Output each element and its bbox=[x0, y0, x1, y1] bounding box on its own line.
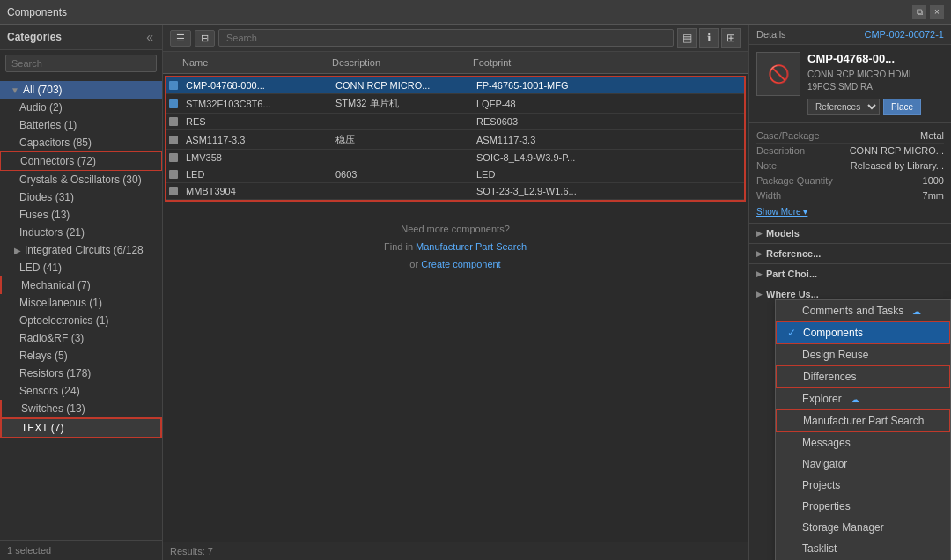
category-item-text[interactable]: TEXT (7) bbox=[0, 417, 162, 438]
prop-row: Width 7mm bbox=[756, 188, 944, 203]
component-name: LED bbox=[181, 166, 330, 182]
prop-val-qty: 1000 bbox=[923, 175, 944, 186]
row-color-indicator bbox=[166, 114, 181, 129]
sidebar: Categories « ▼All (703) Audio (2) Batter… bbox=[0, 25, 163, 560]
dropdown-item-differences[interactable]: Differences bbox=[776, 365, 950, 388]
category-item-relays[interactable]: Relays (5) bbox=[0, 347, 162, 365]
component-description: 稳压 bbox=[330, 130, 471, 149]
table-row[interactable]: ASM1117-3.3 稳压 ASM1117-3.3 bbox=[166, 130, 744, 150]
references-section[interactable]: ▶ Reference... bbox=[749, 244, 951, 264]
table-row[interactable]: RES RES0603 bbox=[166, 114, 744, 130]
view-info-button[interactable]: ℹ bbox=[699, 28, 719, 48]
table-row[interactable]: LMV358 SOIC-8_L4.9-W3.9-P... bbox=[166, 150, 744, 166]
category-item-audio[interactable]: Audio (2) bbox=[0, 99, 162, 116]
component-footprint: LQFP-48 bbox=[471, 96, 647, 112]
col-description: Description bbox=[327, 55, 468, 70]
selection-count: 1 selected bbox=[7, 545, 51, 556]
table-row[interactable]: STM32F103C8T6... STM32 单片机 LQFP-48 bbox=[166, 94, 744, 114]
dropdown-item-storage[interactable]: Storage Manager bbox=[776, 517, 950, 538]
row-color-indicator bbox=[166, 184, 181, 198]
category-item-capacitors[interactable]: Capacitors (85) bbox=[0, 134, 162, 151]
category-item-switches[interactable]: Switches (13) bbox=[0, 400, 162, 417]
component-name: LMV358 bbox=[181, 150, 330, 166]
no-image-icon: 🚫 bbox=[768, 63, 790, 85]
component-footprint: ASM1117-3.3 bbox=[471, 132, 647, 148]
part-choices-section[interactable]: ▶ Part Choi... bbox=[749, 264, 951, 284]
cloud-icon-comments: ☁ bbox=[912, 306, 921, 316]
category-item-sensors[interactable]: Sensors (24) bbox=[0, 382, 162, 400]
row-color-indicator bbox=[166, 78, 181, 92]
where-used-arrow-icon: ▶ bbox=[756, 290, 763, 298]
table-row[interactable]: LED 0603 LED bbox=[166, 166, 744, 183]
dropdown-item-components[interactable]: ✓ Components bbox=[776, 321, 950, 344]
filter-button[interactable]: ⊟ bbox=[195, 30, 215, 47]
hamburger-button[interactable]: ☰ bbox=[170, 30, 191, 47]
table-row[interactable]: CMP-04768-000... CONN RCP MICRO... FP-46… bbox=[166, 77, 744, 94]
table-row[interactable]: MMBT3904 SOT-23-3_L2.9-W1.6... bbox=[166, 183, 744, 200]
category-search-input[interactable] bbox=[5, 55, 157, 72]
results-count: Results: 7 bbox=[170, 546, 213, 556]
category-item-optoelectronics[interactable]: Optoelectronics (1) bbox=[0, 312, 162, 329]
component-footprint: SOT-23-3_L2.9-W1.6... bbox=[471, 183, 647, 199]
title-bar: Components ⧉ × bbox=[0, 0, 951, 25]
category-item-miscellaneous[interactable]: Miscellaneous (1) bbox=[0, 294, 162, 312]
dropdown-item-projects[interactable]: Projects bbox=[776, 475, 950, 496]
prop-row: Description CONN RCP MICRO... bbox=[756, 144, 944, 158]
float-button[interactable]: ⧉ bbox=[912, 5, 926, 19]
references-select[interactable]: References bbox=[807, 99, 880, 115]
category-item-diodes[interactable]: Diodes (31) bbox=[0, 188, 162, 206]
prop-key-desc: Description bbox=[756, 145, 805, 156]
place-button[interactable]: Place bbox=[883, 99, 921, 115]
category-item-fuses[interactable]: Fuses (13) bbox=[0, 206, 162, 224]
dropdown-item-design-reuse[interactable]: Design Reuse bbox=[776, 344, 950, 365]
dropdown-label-differences: Differences bbox=[803, 371, 856, 383]
part-choices-title: Part Choi... bbox=[766, 269, 817, 279]
need-more-section: Need more components? Find in Manufactur… bbox=[163, 203, 748, 291]
dropdown-item-properties[interactable]: Properties bbox=[776, 496, 950, 517]
sidebar-search-container bbox=[0, 50, 162, 77]
create-component-link[interactable]: Create component bbox=[421, 259, 501, 269]
panels-dropdown: Comments and Tasks ☁ ✓ Components Design… bbox=[775, 299, 951, 560]
component-preview-name: CMP-04768-00... bbox=[807, 52, 944, 65]
view-toggle-buttons: ▤ ℹ ⊞ bbox=[677, 28, 741, 48]
component-info: CMP-04768-00... CONN RCP MICRO HDMI19POS… bbox=[807, 52, 944, 115]
category-item-connectors[interactable]: Connectors (72) bbox=[0, 151, 162, 171]
table-header: Name Description Footprint bbox=[163, 52, 748, 74]
refs-title: Reference... bbox=[766, 248, 821, 259]
category-item-resistors[interactable]: Resistors (178) bbox=[0, 365, 162, 382]
models-arrow-icon: ▶ bbox=[756, 229, 763, 238]
category-item-batteries[interactable]: Batteries (1) bbox=[0, 116, 162, 134]
view-list-button[interactable]: ▤ bbox=[677, 28, 697, 48]
category-item-mechanical[interactable]: Mechanical (7) bbox=[0, 276, 162, 294]
component-list-panel: ☰ ⊟ ▤ ℹ ⊞ Name Description Footprint bbox=[163, 25, 748, 560]
dropdown-label-tasklist: Tasklist bbox=[802, 542, 837, 555]
manufacturer-part-search-link[interactable]: Manufacturer Part Search bbox=[416, 241, 527, 252]
component-description bbox=[330, 188, 471, 194]
category-item-crystals[interactable]: Crystals & Oscillators (30) bbox=[0, 171, 162, 188]
categories-title: Categories bbox=[7, 31, 139, 43]
models-section[interactable]: ▶ Models bbox=[749, 224, 951, 244]
category-item-all[interactable]: ▼All (703) bbox=[0, 81, 162, 99]
dropdown-item-navigator[interactable]: Navigator bbox=[776, 453, 950, 475]
view-tile-button[interactable]: ⊞ bbox=[721, 28, 741, 48]
dropdown-item-explorer[interactable]: Explorer ☁ bbox=[776, 388, 950, 409]
category-item-radioRF[interactable]: Radio&RF (3) bbox=[0, 329, 162, 347]
dropdown-item-mfr-search[interactable]: Manufacturer Part Search bbox=[776, 409, 950, 432]
refs-arrow-icon: ▶ bbox=[756, 249, 763, 258]
close-button[interactable]: × bbox=[930, 5, 944, 19]
collapse-sidebar-button[interactable]: « bbox=[144, 30, 155, 44]
search-input[interactable] bbox=[218, 29, 674, 47]
component-name: MMBT3904 bbox=[181, 183, 330, 199]
category-item-ic[interactable]: ▶Integrated Circuits (6/128 bbox=[0, 241, 162, 259]
category-item-led[interactable]: LED (41) bbox=[0, 259, 162, 276]
row-color-indicator bbox=[166, 167, 181, 181]
category-item-inductors[interactable]: Inductors (21) bbox=[0, 224, 162, 241]
col-footprint: Footprint bbox=[468, 55, 644, 70]
show-more-link[interactable]: Show More ▾ bbox=[756, 207, 807, 217]
dropdown-item-messages[interactable]: Messages bbox=[776, 432, 950, 453]
component-footprint: FP-46765-1001-MFG bbox=[471, 77, 647, 93]
details-title: Details bbox=[756, 29, 786, 40]
title-bar-controls: ⧉ × bbox=[912, 5, 944, 19]
dropdown-item-tasklist[interactable]: Tasklist bbox=[776, 538, 950, 559]
dropdown-item-comments[interactable]: Comments and Tasks ☁ bbox=[776, 300, 950, 321]
